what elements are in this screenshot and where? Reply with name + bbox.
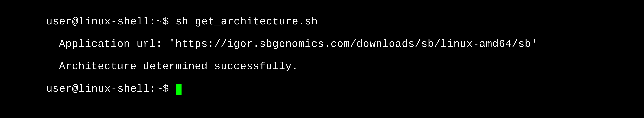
shell-prompt: user@linux-shell:~$ [46, 83, 176, 95]
output-text: Architecture determined successfully. [59, 61, 298, 72]
prompt-line[interactable]: user@linux-shell:~$ [46, 81, 644, 97]
output-line-2: Architecture determined successfully. [46, 58, 644, 75]
cursor-block [176, 84, 182, 95]
shell-prompt: user@linux-shell:~$ [46, 16, 176, 27]
terminal-window[interactable]: user@linux-shell:~$ sh get_architecture.… [46, 13, 644, 97]
command-line: user@linux-shell:~$ sh get_architecture.… [46, 13, 644, 30]
output-text: Application url: 'https://igor.sbgenomic… [59, 38, 538, 50]
output-line-1: Application url: 'https://igor.sbgenomic… [46, 36, 644, 53]
entered-command: sh get_architecture.sh [176, 16, 318, 27]
